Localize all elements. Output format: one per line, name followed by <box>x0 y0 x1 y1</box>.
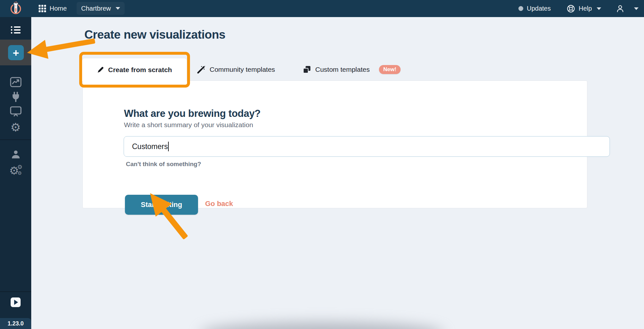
expand-sidebar-button[interactable] <box>11 297 21 307</box>
version-badge: 1.23.0 <box>0 318 31 329</box>
nav-updates-label: Updates <box>527 5 551 12</box>
nav-help-label: Help <box>579 5 592 12</box>
tab-label: Community templates <box>210 66 275 73</box>
magic-wand-icon <box>197 65 205 74</box>
card-subheading: Write a short summary of your visualizat… <box>124 121 253 129</box>
chevron-down-icon <box>634 7 639 10</box>
pencil-icon <box>97 66 104 73</box>
top-navbar: Home Chartbrew Updates Help <box>0 0 644 17</box>
sidebar-item-profile[interactable] <box>0 148 31 161</box>
app-root: Home Chartbrew Updates Help <box>0 0 644 329</box>
nav-help-dropdown[interactable]: Help <box>567 0 601 17</box>
sidebar-item-charts[interactable] <box>0 76 31 89</box>
text-cursor <box>168 142 169 151</box>
user-filled-icon <box>11 150 21 159</box>
go-back-link[interactable]: Go back <box>205 200 233 208</box>
tab-custom-templates[interactable]: Custom templates New! <box>303 63 401 76</box>
nav-home[interactable]: Home <box>39 0 67 17</box>
gear-icon: ⚙ <box>10 121 21 134</box>
left-sidebar: + <box>0 17 31 329</box>
nav-project-dropdown[interactable]: Chartbrew <box>77 2 125 15</box>
nav-project-label: Chartbrew <box>81 5 111 12</box>
nav-user-menu[interactable] <box>616 0 639 17</box>
start-editing-button[interactable]: Start editing <box>125 195 198 215</box>
new-badge: New! <box>379 65 401 74</box>
testtube-logo-icon <box>8 1 23 16</box>
sidebar-item-connections[interactable] <box>0 90 31 103</box>
summary-input-value: Customers <box>132 142 168 151</box>
sidebar-item-team-settings[interactable]: ⚙ ⚙ ⚙ <box>0 164 31 178</box>
tab-create-from-scratch[interactable]: Create from scratch <box>82 58 187 81</box>
team-settings-icon: ⚙ ⚙ ⚙ <box>9 164 23 178</box>
add-chart-button[interactable]: + <box>8 45 24 60</box>
card-heading: What are you brewing today? <box>124 108 260 119</box>
main-content: Create new visualizations Create from sc… <box>31 17 644 329</box>
list-icon <box>11 26 21 34</box>
grid-icon <box>39 5 46 12</box>
page-title: Create new visualizations <box>84 28 225 42</box>
monitor-icon <box>10 106 22 117</box>
user-icon <box>616 4 625 13</box>
version-label: 1.23.0 <box>7 320 24 327</box>
updates-dot-icon <box>518 6 523 11</box>
lifebuoy-icon <box>567 5 575 13</box>
tab-community-templates[interactable]: Community templates <box>197 63 275 76</box>
name-suggestion-link[interactable]: Can't think of something? <box>126 161 201 168</box>
copy-icon <box>303 65 311 74</box>
nav-updates[interactable]: Updates <box>518 0 551 17</box>
chevron-down-icon <box>597 7 601 10</box>
tab-label: Custom templates <box>315 66 370 73</box>
chevron-down-icon <box>116 7 120 10</box>
chartbrew-logo[interactable] <box>8 0 23 17</box>
play-icon <box>14 300 18 305</box>
sidebar-divider <box>0 291 31 292</box>
sidebar-item-pinned-list[interactable] <box>0 24 31 36</box>
chart-line-icon <box>10 77 22 87</box>
sidebar-item-dashboard[interactable] <box>0 105 31 118</box>
create-visualization-card: What are you brewing today? Write a shor… <box>82 80 587 208</box>
tab-label: Create from scratch <box>108 66 172 74</box>
sidebar-divider <box>0 139 31 140</box>
nav-home-label: Home <box>50 5 67 12</box>
summary-input[interactable]: Customers <box>124 136 610 157</box>
plug-icon <box>11 91 21 102</box>
sidebar-item-settings[interactable]: ⚙ <box>0 121 31 134</box>
